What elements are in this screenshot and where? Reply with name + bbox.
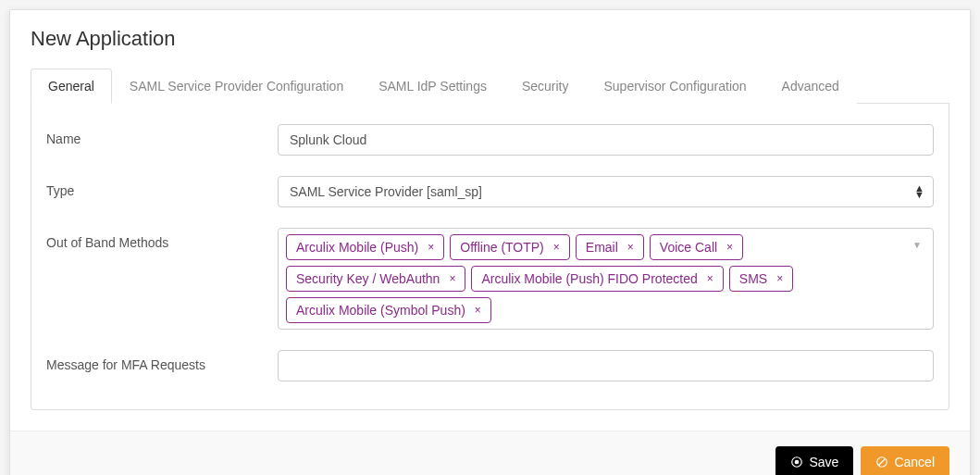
oob-tag: Offline (TOTP) × [450, 234, 570, 260]
oob-tag: Voice Call × [650, 234, 743, 260]
save-icon [790, 456, 803, 469]
svg-point-1 [796, 460, 800, 464]
remove-tag-icon[interactable]: × [428, 242, 434, 253]
page-title: New Application [31, 27, 949, 51]
oob-tag: Arculix Mobile (Push) × [286, 234, 444, 260]
remove-tag-icon[interactable]: × [553, 242, 560, 253]
oob-methods-multiselect[interactable]: Arculix Mobile (Push) × Offline (TOTP) ×… [278, 228, 934, 330]
save-button-label: Save [809, 455, 838, 469]
oob-tag-label: Voice Call [660, 240, 717, 255]
type-label: Type [46, 176, 278, 198]
general-panel: Name Type SAML Service Provider [saml_sp… [31, 104, 949, 410]
remove-tag-icon[interactable]: × [475, 305, 481, 316]
tab-security[interactable]: Security [504, 69, 587, 104]
oob-tag-label: SMS [739, 271, 767, 286]
dropdown-arrow-icon[interactable]: ▼ [912, 240, 922, 250]
mfa-message-label: Message for MFA Requests [46, 350, 278, 372]
remove-tag-icon[interactable]: × [449, 273, 455, 284]
tab-saml-idp-settings[interactable]: SAML IdP Settings [361, 69, 504, 104]
oob-tag-label: Arculix Mobile (Push) FIDO Protected [481, 271, 697, 286]
oob-tag-label: Offline (TOTP) [460, 240, 544, 255]
tab-saml-sp-configuration[interactable]: SAML Service Provider Configuration [112, 69, 361, 104]
type-select[interactable]: SAML Service Provider [saml_sp] ▲ ▼ [278, 176, 934, 207]
remove-tag-icon[interactable]: × [707, 273, 713, 284]
remove-tag-icon[interactable]: × [776, 273, 783, 284]
mfa-message-row: Message for MFA Requests [46, 350, 934, 381]
oob-tag-label: Arculix Mobile (Push) [296, 240, 418, 255]
tab-general[interactable]: General [31, 69, 112, 104]
save-button[interactable]: Save [775, 446, 853, 475]
tab-advanced[interactable]: Advanced [764, 69, 857, 104]
footer-actions: Save Cancel [10, 431, 970, 475]
oob-tag: Email × [576, 234, 644, 260]
cancel-button[interactable]: Cancel [861, 446, 949, 475]
oob-tag-label: Email [586, 240, 618, 255]
oob-tag: Arculix Mobile (Push) FIDO Protected × [471, 266, 723, 292]
type-row: Type SAML Service Provider [saml_sp] ▲ ▼ [46, 176, 934, 207]
tab-bar: General SAML Service Provider Configurat… [31, 68, 949, 104]
tab-supervisor-configuration[interactable]: Supervisor Configuration [587, 69, 764, 104]
name-row: Name [46, 124, 934, 156]
name-label: Name [46, 124, 278, 146]
oob-methods-label: Out of Band Methods [46, 228, 278, 250]
type-selected-value: SAML Service Provider [saml_sp] [278, 176, 934, 207]
oob-tag: Security Key / WebAuthn × [286, 266, 465, 292]
oob-tag-label: Arculix Mobile (Symbol Push) [296, 303, 465, 318]
oob-methods-row: Out of Band Methods Arculix Mobile (Push… [46, 228, 934, 330]
oob-tag: Arculix Mobile (Symbol Push) × [286, 297, 491, 323]
remove-tag-icon[interactable]: × [726, 242, 733, 253]
mfa-message-input[interactable] [278, 350, 934, 381]
main-content: New Application General SAML Service Pro… [10, 10, 970, 431]
remove-tag-icon[interactable]: × [627, 242, 634, 253]
cancel-icon [875, 456, 888, 469]
name-input[interactable] [278, 124, 934, 156]
oob-tag-label: Security Key / WebAuthn [296, 271, 440, 286]
svg-line-3 [879, 459, 886, 466]
cancel-button-label: Cancel [894, 455, 935, 469]
oob-tag: SMS × [729, 266, 793, 292]
application-form-card: New Application General SAML Service Pro… [9, 9, 971, 475]
